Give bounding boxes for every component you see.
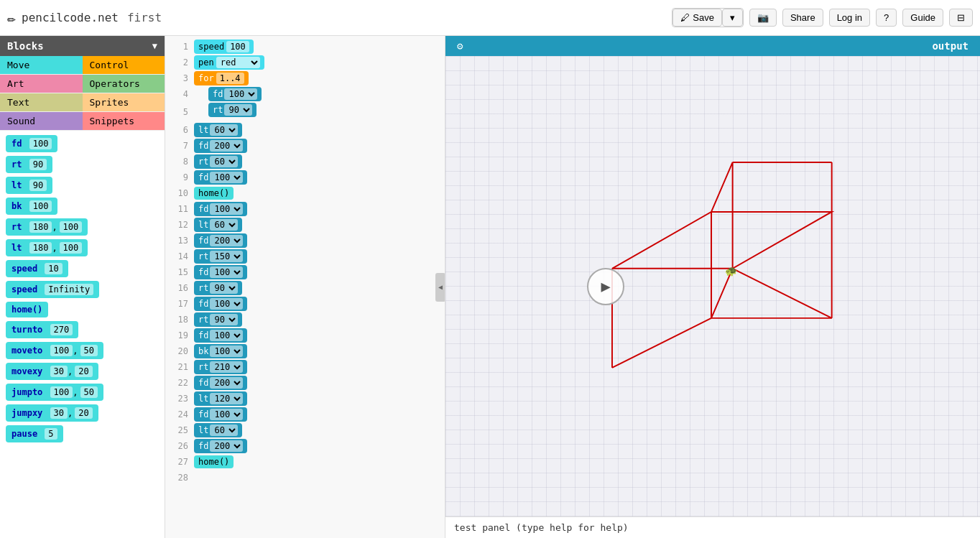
code-line-5: 5 rt 90 (165, 102, 445, 122)
val-select-9[interactable]: 100 (210, 172, 243, 183)
sidebar-header[interactable]: Blocks ▼ (0, 36, 165, 56)
block-rt-16[interactable]: rt90 (194, 281, 242, 295)
block-for[interactable]: for 1..4 (194, 71, 249, 85)
block-speed-100[interactable]: speed 100 (194, 40, 254, 54)
block-fd-7[interactable]: fd200 (194, 139, 247, 153)
val-select-13[interactable]: 200 (210, 235, 243, 246)
block-lt-25[interactable]: lt60 (194, 423, 242, 437)
block-fd-11[interactable]: fd100 (194, 202, 247, 216)
collapse-handle[interactable]: ◀ (435, 273, 445, 302)
guide-button[interactable]: Guide (902, 9, 943, 27)
block-fd-17[interactable]: fd100 (194, 297, 247, 311)
console-bar[interactable]: test panel (type help for help) (445, 516, 980, 538)
val-select-25[interactable]: 60 (210, 425, 238, 436)
block-fd-15[interactable]: fd100 (194, 265, 247, 279)
block-bk-100[interactable]: bk 100 (6, 198, 57, 215)
block-fd-13[interactable]: fd200 (194, 233, 247, 248)
block-fd-9[interactable]: fd100 (194, 170, 247, 185)
sidebar-item-operators[interactable]: Operators (83, 75, 165, 93)
val-select-20[interactable]: 100 (210, 345, 243, 357)
sidebar-item-text[interactable]: Text (0, 93, 83, 112)
block-turnto-270[interactable]: turnto 270 (6, 321, 78, 338)
block-fd-26[interactable]: fd200 (194, 439, 247, 453)
remaining-code-lines: 6lt607fd2008rt609fd10010home()11fd10012l… (165, 122, 445, 486)
block-rt-21[interactable]: rt210 (194, 360, 247, 374)
block-rt-18[interactable]: rt90 (194, 312, 242, 327)
val-select-11[interactable]: 100 (210, 203, 243, 215)
block-fd-100-4[interactable]: fd 100 (208, 87, 262, 101)
fd-val-4[interactable]: 100 (224, 88, 257, 100)
val-select-22[interactable]: 200 (210, 377, 243, 389)
line-number-22: 22 (165, 378, 194, 388)
layout-button[interactable]: ⊟ (949, 9, 973, 27)
camera-button[interactable]: 📷 (749, 9, 777, 27)
block-bk-20[interactable]: bk100 (194, 344, 247, 358)
sidebar-item-move[interactable]: Move (0, 56, 83, 75)
sidebar-item-control[interactable]: Control (83, 56, 165, 75)
block-lt-23[interactable]: lt120 (194, 391, 247, 406)
block-rt-180-100[interactable]: rt 180, 100 (6, 218, 88, 236)
sidebar-item-art[interactable]: Art (0, 75, 83, 93)
block-pen-red[interactable]: pen redbluegreen (194, 55, 264, 70)
code-line-6: 6lt60 (165, 122, 445, 138)
block-speed-infinity[interactable]: speed Infinity (6, 281, 99, 298)
block-fd-24[interactable]: fd100 (194, 407, 247, 422)
block-home[interactable]: home() (6, 302, 48, 317)
gear-icon[interactable]: ⚙ (457, 40, 463, 52)
block-rt-90-5[interactable]: rt 90 (208, 103, 256, 117)
block-rt-8[interactable]: rt60 (194, 154, 242, 169)
val-select-12[interactable]: 60 (210, 219, 238, 231)
val-select-16[interactable]: 90 (210, 282, 238, 294)
code-line-9: 9fd100 (165, 170, 445, 185)
val-select-7[interactable]: 200 (210, 140, 243, 152)
block-rt-14[interactable]: rt150 (194, 249, 247, 264)
rt-val-5[interactable]: 90 (224, 104, 252, 116)
val-select-17[interactable]: 100 (210, 298, 243, 310)
save-dropdown-button[interactable]: ▾ (722, 9, 743, 27)
block-fd-19[interactable]: fd100 (194, 328, 247, 343)
block-speed-10[interactable]: speed 10 (6, 260, 68, 277)
val-select-15[interactable]: 100 (210, 266, 243, 278)
val-select-21[interactable]: 210 (210, 361, 243, 373)
play-button[interactable]: ▶ (587, 268, 624, 305)
val-select-19[interactable]: 100 (210, 330, 243, 341)
share-button[interactable]: Share (782, 9, 823, 27)
help-button[interactable]: ? (876, 9, 897, 27)
logo-icon: ✏️ (7, 9, 16, 27)
block-jumpto-100-50[interactable]: jumpto 100, 50 (6, 384, 103, 401)
svg-line-1 (733, 269, 832, 318)
block-fd-22[interactable]: fd200 (194, 376, 247, 390)
block-lt-12[interactable]: lt60 (194, 218, 242, 232)
block-home-home-27[interactable]: home() (194, 455, 234, 468)
project-name: first (127, 11, 162, 24)
block-pause-5[interactable]: pause 5 (6, 425, 63, 442)
main-layout: Blocks ▼ Move Control Art Operators Text… (0, 36, 980, 538)
val-select-14[interactable]: 150 (210, 251, 243, 262)
val-select-6[interactable]: 60 (210, 124, 238, 136)
sidebar-item-sprites[interactable]: Sprites (83, 93, 165, 112)
val-select-26[interactable]: 200 (210, 440, 243, 452)
val-select-8[interactable]: 60 (210, 156, 238, 167)
code-line-22: 22fd200 (165, 375, 445, 391)
block-moveto-100-50[interactable]: moveto 100, 50 (6, 342, 103, 359)
block-lt-180-100[interactable]: lt 180, 100 (6, 239, 88, 256)
block-fd-100[interactable]: fd 100 (6, 135, 57, 152)
login-button[interactable]: Log in (829, 9, 870, 27)
save-button[interactable]: 🖊 Save (672, 9, 722, 27)
val-select-24[interactable]: 100 (210, 409, 243, 420)
block-lt-6[interactable]: lt60 (194, 123, 242, 137)
sidebar-item-sound[interactable]: Sound (0, 112, 83, 131)
val-select-23[interactable]: 120 (210, 393, 243, 404)
sidebar-item-snippets[interactable]: Snippets (83, 112, 165, 131)
val-select-18[interactable]: 90 (210, 314, 238, 325)
pen-color-select[interactable]: redbluegreen (216, 57, 260, 68)
block-jumpxy-30-20[interactable]: jumpxy 30, 20 (6, 404, 98, 422)
block-lt-90[interactable]: lt 90 (6, 177, 52, 194)
canvas-area[interactable]: 🐢 ▶ (445, 56, 980, 516)
line-number-7: 7 (165, 141, 194, 151)
line-number-3: 3 (165, 73, 194, 83)
block-home-home-10[interactable]: home() (194, 187, 234, 200)
block-movexy-30-20[interactable]: movexy 30, 20 (6, 363, 98, 380)
block-rt-90[interactable]: rt 90 (6, 156, 52, 173)
code-area[interactable]: 1 speed 100 2 pen redbluegreen (165, 36, 445, 538)
